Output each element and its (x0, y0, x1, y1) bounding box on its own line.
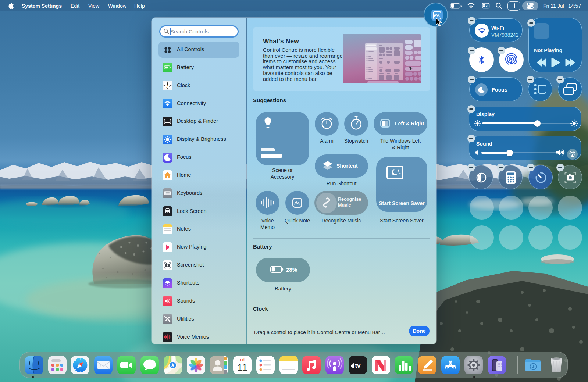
svg-text:11: 11 (237, 362, 247, 373)
svg-text:tv: tv (355, 362, 361, 369)
svg-text:Fri: Fri (240, 358, 245, 362)
